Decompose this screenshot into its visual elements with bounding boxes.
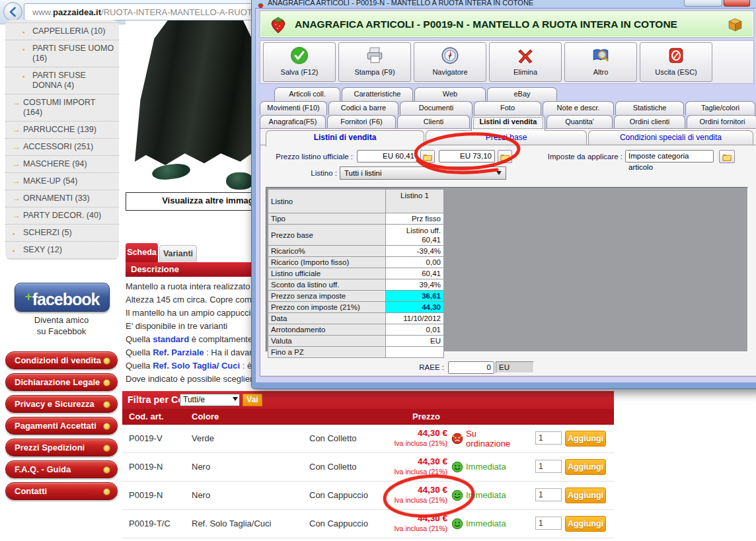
- toolbar-button-elimina[interactable]: Elimina: [489, 42, 562, 82]
- tab-web[interactable]: Web: [414, 87, 486, 101]
- sidebar-item-natale-72[interactable]: →NATALE (72): [5, 259, 119, 260]
- nav-button-privacy-e-sicurezza[interactable]: Privacy e Sicurezza: [5, 395, 118, 413]
- nav-button-prezzi-spedizioni[interactable]: Prezzi Spedizioni: [5, 439, 118, 456]
- tab-documenti[interactable]: Documenti: [400, 101, 472, 115]
- tab-listini-di-vendita[interactable]: Listini di vendita: [471, 115, 545, 131]
- minimize-maximize-buttons[interactable]: [684, 0, 722, 7]
- tab-anagrafica-f5[interactable]: Anagrafica(F5): [260, 115, 326, 129]
- nav-button-pagamenti-accettati[interactable]: Pagamenti Accettati: [5, 417, 118, 435]
- sidebar-item-parti-sfuse-uomo-16[interactable]: ▪PARTI SFUSE UOMO (16): [5, 40, 119, 67]
- tab-clienti[interactable]: Clienti: [397, 115, 470, 129]
- arrow-bullet-icon: →: [13, 194, 20, 202]
- folder-lookup-button[interactable]: [420, 150, 435, 163]
- toolbar-button-uscita-esc[interactable]: Uscita (ESC): [640, 42, 712, 82]
- variant-price: 44,30 €: [368, 456, 447, 466]
- add-to-cart-button[interactable]: Aggiungi: [565, 487, 606, 503]
- price-grid[interactable]: Listino Listino 1 TipoPrz fissoPrezzo ba…: [268, 189, 444, 358]
- more-images-button[interactable]: Visualizza altre immagini: [126, 192, 252, 211]
- folder-lookup-button[interactable]: [498, 150, 512, 163]
- toolbar-button-salva-f12[interactable]: Salva (F12): [263, 42, 336, 82]
- tab-ebay[interactable]: eBay: [487, 87, 557, 101]
- folder-lookup-button[interactable]: [719, 150, 735, 163]
- add-to-cart-button[interactable]: Aggiungi: [565, 431, 606, 447]
- price-grid-label: Arrotondamento: [268, 324, 386, 336]
- price-grid-row: Prezzo senza imposte36,61: [268, 291, 444, 302]
- nav-button-f-a-q-guida[interactable]: F.A.Q. - Guida: [5, 460, 118, 478]
- price-grid-value[interactable]: 60,41: [386, 268, 444, 279]
- sidebar-item-make-up-54[interactable]: →MAKE-UP (54): [5, 173, 119, 190]
- quantity-input[interactable]: 1: [535, 431, 562, 445]
- app-titlebar[interactable]: ANAGRAFICA ARTICOLI - P0019-N - MANTELLO…: [252, 0, 756, 8]
- sidebar-item-ornamenti-33[interactable]: →ORNAMENTI (33): [5, 190, 119, 207]
- raee-field[interactable]: 0: [448, 361, 494, 374]
- sidebar-item-cappelleria-10[interactable]: ▪CAPPELLERIA (10): [5, 22, 119, 40]
- col-color: Colore: [192, 409, 219, 425]
- description-link[interactable]: standard: [153, 334, 189, 344]
- sidebar-item-parrucche-139[interactable]: →PARRUCCHE (139): [5, 122, 119, 139]
- add-to-cart-button[interactable]: Aggiungi: [565, 516, 606, 532]
- price-grid-value[interactable]: 0,00: [386, 257, 444, 268]
- sidebar-item-costumi-import-164[interactable]: →COSTUMI IMPORT (164): [5, 94, 119, 122]
- nav-button-condizioni-di-vendita[interactable]: Condizioni di vendita: [5, 351, 118, 369]
- quantity-input[interactable]: 1: [535, 488, 562, 501]
- sidebar-item-maschere-94[interactable]: →MASCHERE (94): [5, 156, 119, 173]
- tab-caratteristiche[interactable]: Caratteristiche: [342, 87, 413, 101]
- subtab-condizioni-speciali-di-vendita[interactable]: Condizioni speciali di vendita: [588, 130, 753, 145]
- tab-articoli-coll[interactable]: Articoli coll.: [274, 87, 340, 101]
- price-grid-value[interactable]: [386, 347, 444, 358]
- price-grid-value[interactable]: 44,30: [386, 302, 444, 313]
- variant-color: Nero: [192, 462, 210, 472]
- sidebar-item-sexy-12[interactable]: ▪SEXY (12): [5, 242, 119, 259]
- quantity-input[interactable]: 1: [535, 517, 562, 530]
- nav-button-dichiarazione-legale[interactable]: Dichiarazione Legale: [5, 373, 118, 391]
- variant-row: P0019-NNeroCon Colletto44,30 €Iva inclus…: [122, 453, 614, 482]
- imposte-field[interactable]: Imposte categoria articolo: [625, 150, 714, 162]
- facebook-badge[interactable]: +facebook: [15, 283, 110, 312]
- subtab-listini-di-vendita[interactable]: Listini di vendita: [266, 130, 424, 147]
- price-grid-value[interactable]: Prz fisso: [386, 213, 444, 225]
- price-grid-value[interactable]: -39,4%: [386, 246, 444, 257]
- description-link[interactable]: Ref. Parziale: [153, 347, 204, 357]
- sidebar-item-scherzi-5[interactable]: ▪SCHERZI (5): [5, 225, 119, 242]
- grid-column-header: Listino 1: [386, 190, 444, 213]
- color-filter-select[interactable]: Tutti/e: [180, 394, 240, 406]
- toolbar-button-stampa-f9[interactable]: Stampa (F9): [338, 42, 411, 82]
- tab-varianti[interactable]: Varianti: [159, 245, 197, 262]
- toolbar-button-altro[interactable]: Altro: [564, 42, 637, 82]
- secondary-price-field[interactable]: EU 73,10: [439, 150, 495, 162]
- go-button[interactable]: Vai: [243, 394, 262, 406]
- subtab-prezzi-base[interactable]: Prezzi base: [426, 130, 587, 145]
- add-to-cart-button[interactable]: Aggiungi: [565, 459, 606, 475]
- sidebar-item-accessori-251[interactable]: →ACCESSORI (251): [5, 139, 119, 156]
- browser-back-button[interactable]: [3, 2, 22, 21]
- sidebar-item-parti-sfuse-donna-4[interactable]: ▪PARTI SFUSE DONNA (4): [5, 67, 119, 94]
- tab-quantita[interactable]: Quantita': [547, 115, 613, 129]
- sidebar-item-party-decor-40[interactable]: →PARTY DECOR. (40): [5, 207, 119, 225]
- official-price-field[interactable]: EU 60,41: [357, 150, 418, 162]
- tab-taglie-colori[interactable]: Taglie/colori: [685, 101, 755, 115]
- price-grid-value[interactable]: 39,4%: [386, 279, 444, 291]
- description-link[interactable]: Ref. Solo Taglia/ Cuci: [153, 361, 240, 371]
- variant-price: 44,30 €: [368, 428, 447, 438]
- tab-foto[interactable]: Foto: [474, 101, 541, 115]
- price-grid-value[interactable]: EU: [386, 336, 444, 347]
- tab-scheda[interactable]: Scheda: [126, 243, 158, 262]
- price-grid-value[interactable]: Listino uff. 60,41: [386, 225, 444, 246]
- price-grid-value[interactable]: 11/10/2012: [386, 313, 444, 324]
- browser-address-bar[interactable]: www.pazzaidea.it/RUOTA-INTERA-MANTELLO-A…: [24, 3, 263, 20]
- price-grid-value[interactable]: 36,61: [386, 291, 444, 302]
- close-button[interactable]: [724, 0, 750, 7]
- tab-codici-a-barre[interactable]: Codici a barre: [328, 101, 398, 115]
- nav-button-contatti[interactable]: Contatti: [5, 482, 118, 500]
- tab-statistiche[interactable]: Statistiche: [615, 101, 684, 115]
- toolbar-button-navigatore[interactable]: Navigatore: [414, 42, 486, 82]
- price-grid-value[interactable]: 0,01: [386, 324, 444, 336]
- listino-dropdown[interactable]: Tutti i listini: [340, 166, 506, 180]
- price-grid-container: Listino Listino 1 TipoPrz fissoPrezzo ba…: [266, 187, 748, 352]
- tab-ordini-fornitori[interactable]: Ordini fornitori: [687, 115, 756, 129]
- tab-note-e-descr[interactable]: Note e descr.: [543, 101, 614, 115]
- tab-movimenti-f10[interactable]: Movimenti (F10): [260, 101, 327, 115]
- quantity-input[interactable]: 1: [535, 460, 562, 473]
- tab-ordini-clienti[interactable]: Ordini clienti: [614, 115, 685, 129]
- tab-fornitori-f6[interactable]: Fornitori (F6): [327, 115, 396, 129]
